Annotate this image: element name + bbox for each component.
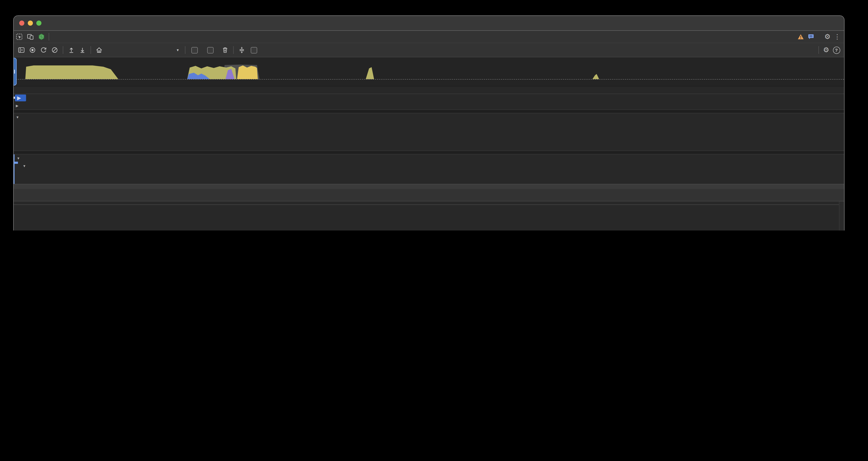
- timeline-scrollbar-strip[interactable]: [14, 184, 844, 189]
- settings-gear-icon[interactable]: ⚙: [822, 33, 833, 40]
- server-requests-row-1: [14, 121, 844, 128]
- devtools-window: ⚙ ⋮: [13, 16, 844, 231]
- collapse-triangle-icon: ▼: [16, 115, 19, 119]
- collect-garbage-icon[interactable]: [220, 45, 230, 55]
- network-track-label[interactable]: ▶: [15, 94, 26, 102]
- track-separator: [14, 150, 844, 154]
- network-track[interactable]: ▶: [14, 94, 844, 102]
- tabbar-right: ⚙ ⋮: [798, 31, 844, 43]
- selection-handle-right[interactable]: [14, 58, 17, 86]
- clear-icon[interactable]: [50, 45, 60, 55]
- divider: [91, 46, 91, 54]
- save-profile-icon[interactable]: [77, 45, 88, 55]
- expand-triangle-icon: ▶: [17, 95, 21, 101]
- help-icon[interactable]: ?: [831, 45, 841, 55]
- live-metrics-home-icon[interactable]: [94, 45, 104, 55]
- chevron-down-icon: ▼: [176, 48, 179, 52]
- network-events: [14, 94, 844, 102]
- server-component-row: [14, 170, 844, 177]
- warning-icon[interactable]: [798, 34, 804, 40]
- await-row: [14, 177, 844, 184]
- devtools-tabbar: ⚙ ⋮: [14, 31, 844, 43]
- server-components-group: ▼ ▼: [14, 154, 844, 184]
- divider: [233, 46, 234, 54]
- load-profile-icon[interactable]: [66, 45, 76, 55]
- timeline-ruler: [14, 86, 844, 94]
- divider: [63, 46, 63, 54]
- toggle-sidebar-icon[interactable]: [16, 45, 27, 55]
- timeline-tracks: ▶ ▶ ▼: [14, 94, 844, 189]
- screen: ⚙ ⋮: [0, 0, 868, 231]
- server-components-header[interactable]: ▼: [14, 154, 844, 162]
- checkbox-box: [191, 47, 198, 53]
- track-separator: [14, 110, 844, 113]
- checkbox-box: [207, 47, 214, 53]
- expand-triangle-icon: ▶: [16, 104, 19, 108]
- dim-3rd-parties-checkbox[interactable]: [251, 47, 260, 53]
- timings-track[interactable]: ▶: [14, 102, 844, 110]
- details-pane: [14, 201, 844, 231]
- memory-checkbox[interactable]: [207, 47, 216, 53]
- divider: [818, 46, 819, 54]
- device-toolbar-icon[interactable]: [25, 31, 36, 43]
- server-requests-row-2: [14, 128, 844, 135]
- history-dropdown[interactable]: ▼: [105, 48, 182, 52]
- issues-message-icon[interactable]: [808, 34, 814, 40]
- toolbar-right: ⚙ ?: [816, 45, 841, 55]
- inspect-element-icon[interactable]: [14, 31, 25, 43]
- record-icon[interactable]: [27, 45, 38, 55]
- collapse-triangle-icon: ▼: [17, 156, 20, 160]
- primary-subtrack-header[interactable]: ▼: [14, 162, 844, 170]
- record-and-reload-icon[interactable]: [38, 45, 49, 55]
- collapse-triangle-icon: ▼: [23, 164, 26, 168]
- collapse-tracks-icon[interactable]: [237, 45, 247, 55]
- timeline-overview[interactable]: [14, 57, 844, 86]
- server-requests-row-3: [14, 135, 844, 142]
- more-options-kebab-icon[interactable]: ⋮: [833, 33, 841, 40]
- track-accent-mark: [14, 162, 18, 164]
- divider: [185, 46, 185, 54]
- close-window-button[interactable]: [19, 21, 24, 26]
- extension-node-icon[interactable]: [36, 31, 47, 43]
- overview-ruler: [14, 57, 844, 86]
- checkbox-box: [251, 47, 257, 53]
- divider: [49, 33, 49, 40]
- stack-trace-section: [14, 204, 839, 225]
- performance-toolbar: ▼ ⚙ ?: [14, 43, 844, 57]
- details-scrollbar[interactable]: [839, 201, 844, 231]
- minimize-window-button[interactable]: [28, 21, 33, 26]
- titlebar: [14, 16, 844, 31]
- macos-traffic-lights: [19, 16, 41, 30]
- zoom-window-button[interactable]: [36, 21, 41, 26]
- details-tabbar: [14, 189, 844, 201]
- screenshots-checkbox[interactable]: [191, 47, 200, 53]
- server-requests-header[interactable]: ▼: [14, 113, 844, 121]
- panel-settings-gear-icon[interactable]: ⚙: [821, 45, 831, 55]
